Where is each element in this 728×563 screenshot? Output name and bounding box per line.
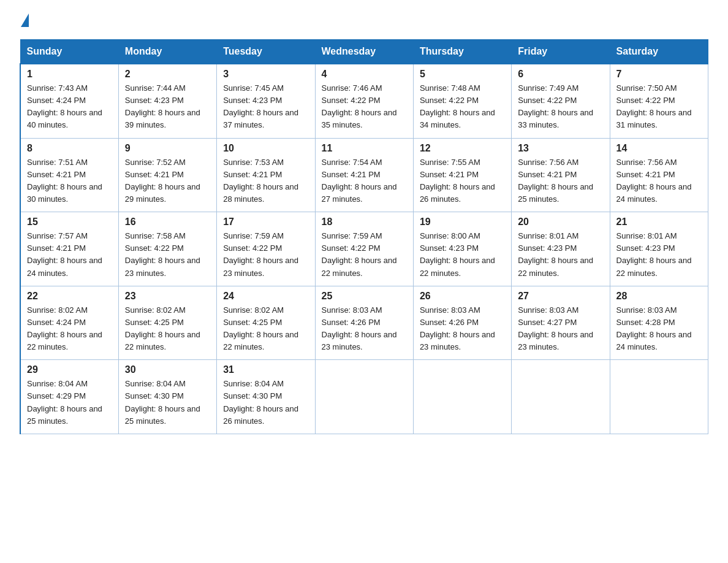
day-number: 31 [223, 364, 308, 375]
day-number: 1 [27, 69, 112, 80]
day-info: Sunrise: 7:44 AMSunset: 4:23 PMDaylight:… [125, 83, 200, 129]
day-number: 18 [322, 216, 407, 228]
calendar-week-row: 22 Sunrise: 8:02 AMSunset: 4:24 PMDaylig… [20, 286, 708, 360]
calendar-day-cell: 4 Sunrise: 7:46 AMSunset: 4:22 PMDayligh… [315, 64, 413, 138]
day-number: 9 [125, 143, 210, 154]
weekday-header-wednesday: Wednesday [315, 40, 413, 64]
calendar-day-cell: 31 Sunrise: 8:04 AMSunset: 4:30 PMDaylig… [217, 360, 315, 434]
weekday-header-sunday: Sunday [20, 40, 118, 64]
day-number: 30 [125, 364, 210, 375]
day-number: 23 [125, 291, 210, 302]
day-info: Sunrise: 8:03 AMSunset: 4:27 PMDaylight:… [518, 305, 593, 351]
day-info: Sunrise: 8:03 AMSunset: 4:26 PMDaylight:… [420, 305, 495, 351]
day-info: Sunrise: 7:55 AMSunset: 4:21 PMDaylight:… [420, 158, 495, 204]
calendar-day-cell: 12 Sunrise: 7:55 AMSunset: 4:21 PMDaylig… [413, 138, 511, 212]
calendar-day-cell: 17 Sunrise: 7:59 AMSunset: 4:22 PMDaylig… [217, 212, 315, 286]
calendar-day-cell: 8 Sunrise: 7:51 AMSunset: 4:21 PMDayligh… [20, 138, 118, 212]
calendar-day-cell [315, 360, 413, 434]
calendar-day-cell: 9 Sunrise: 7:52 AMSunset: 4:21 PMDayligh… [118, 138, 216, 212]
logo-triangle-icon [21, 13, 29, 27]
calendar-week-row: 15 Sunrise: 7:57 AMSunset: 4:21 PMDaylig… [20, 212, 708, 286]
calendar-week-row: 1 Sunrise: 7:43 AMSunset: 4:24 PMDayligh… [20, 64, 708, 138]
day-info: Sunrise: 7:48 AMSunset: 4:22 PMDaylight:… [420, 83, 495, 129]
day-number: 24 [223, 291, 308, 302]
day-number: 15 [27, 216, 112, 228]
day-info: Sunrise: 7:58 AMSunset: 4:22 PMDaylight:… [125, 231, 200, 277]
weekday-header-tuesday: Tuesday [217, 40, 315, 64]
weekday-header-monday: Monday [118, 40, 216, 64]
weekday-header-saturday: Saturday [610, 40, 708, 64]
day-number: 14 [616, 143, 702, 154]
day-number: 17 [223, 216, 308, 228]
calendar-day-cell [610, 360, 708, 434]
day-number: 28 [616, 291, 702, 302]
day-info: Sunrise: 8:02 AMSunset: 4:25 PMDaylight:… [125, 305, 200, 351]
day-number: 20 [518, 216, 603, 228]
day-info: Sunrise: 8:04 AMSunset: 4:30 PMDaylight:… [125, 379, 200, 425]
day-number: 13 [518, 143, 603, 154]
day-number: 21 [616, 216, 702, 228]
calendar-day-cell [512, 360, 610, 434]
calendar-day-cell: 19 Sunrise: 8:00 AMSunset: 4:23 PMDaylig… [413, 212, 511, 286]
day-number: 6 [518, 69, 603, 80]
calendar-day-cell: 1 Sunrise: 7:43 AMSunset: 4:24 PMDayligh… [20, 64, 118, 138]
weekday-header-thursday: Thursday [413, 40, 511, 64]
day-number: 10 [223, 143, 308, 154]
calendar-week-row: 29 Sunrise: 8:04 AMSunset: 4:29 PMDaylig… [20, 360, 708, 434]
day-info: Sunrise: 7:43 AMSunset: 4:24 PMDaylight:… [27, 83, 102, 129]
day-number: 4 [322, 69, 407, 80]
day-info: Sunrise: 8:02 AMSunset: 4:25 PMDaylight:… [223, 305, 298, 351]
day-number: 22 [27, 291, 112, 302]
calendar-day-cell: 5 Sunrise: 7:48 AMSunset: 4:22 PMDayligh… [413, 64, 511, 138]
day-info: Sunrise: 8:01 AMSunset: 4:23 PMDaylight:… [518, 231, 593, 277]
calendar-day-cell [413, 360, 511, 434]
calendar-day-cell: 2 Sunrise: 7:44 AMSunset: 4:23 PMDayligh… [118, 64, 216, 138]
calendar-day-cell: 13 Sunrise: 7:56 AMSunset: 4:21 PMDaylig… [512, 138, 610, 212]
calendar-day-cell: 7 Sunrise: 7:50 AMSunset: 4:22 PMDayligh… [610, 64, 708, 138]
day-info: Sunrise: 8:02 AMSunset: 4:24 PMDaylight:… [27, 305, 102, 351]
calendar-day-cell: 30 Sunrise: 8:04 AMSunset: 4:30 PMDaylig… [118, 360, 216, 434]
day-info: Sunrise: 8:04 AMSunset: 4:30 PMDaylight:… [223, 379, 298, 425]
day-info: Sunrise: 7:50 AMSunset: 4:22 PMDaylight:… [616, 83, 692, 129]
calendar-day-cell: 6 Sunrise: 7:49 AMSunset: 4:22 PMDayligh… [512, 64, 610, 138]
weekday-header-friday: Friday [512, 40, 610, 64]
day-info: Sunrise: 7:56 AMSunset: 4:21 PMDaylight:… [616, 158, 692, 204]
day-info: Sunrise: 7:49 AMSunset: 4:22 PMDaylight:… [518, 83, 593, 129]
weekday-header-row: SundayMondayTuesdayWednesdayThursdayFrid… [20, 40, 708, 64]
day-number: 7 [616, 69, 702, 80]
calendar-day-cell: 23 Sunrise: 8:02 AMSunset: 4:25 PMDaylig… [118, 286, 216, 360]
day-number: 11 [322, 143, 407, 154]
day-number: 25 [322, 291, 407, 302]
calendar-day-cell: 21 Sunrise: 8:01 AMSunset: 4:23 PMDaylig… [610, 212, 708, 286]
day-info: Sunrise: 7:51 AMSunset: 4:21 PMDaylight:… [27, 158, 102, 204]
day-number: 12 [420, 143, 505, 154]
calendar-day-cell: 26 Sunrise: 8:03 AMSunset: 4:26 PMDaylig… [413, 286, 511, 360]
day-number: 2 [125, 69, 210, 80]
logo [20, 15, 29, 28]
day-number: 26 [420, 291, 505, 302]
calendar-day-cell: 18 Sunrise: 7:59 AMSunset: 4:22 PMDaylig… [315, 212, 413, 286]
day-info: Sunrise: 8:01 AMSunset: 4:23 PMDaylight:… [616, 231, 692, 277]
day-info: Sunrise: 7:52 AMSunset: 4:21 PMDaylight:… [125, 158, 200, 204]
calendar-day-cell: 14 Sunrise: 7:56 AMSunset: 4:21 PMDaylig… [610, 138, 708, 212]
calendar-day-cell: 20 Sunrise: 8:01 AMSunset: 4:23 PMDaylig… [512, 212, 610, 286]
day-info: Sunrise: 8:04 AMSunset: 4:29 PMDaylight:… [27, 379, 102, 425]
day-number: 19 [420, 216, 505, 228]
calendar-day-cell: 15 Sunrise: 7:57 AMSunset: 4:21 PMDaylig… [20, 212, 118, 286]
day-info: Sunrise: 8:03 AMSunset: 4:28 PMDaylight:… [616, 305, 692, 351]
calendar-day-cell: 24 Sunrise: 8:02 AMSunset: 4:25 PMDaylig… [217, 286, 315, 360]
calendar-day-cell: 29 Sunrise: 8:04 AMSunset: 4:29 PMDaylig… [20, 360, 118, 434]
day-info: Sunrise: 7:53 AMSunset: 4:21 PMDaylight:… [223, 158, 298, 204]
day-info: Sunrise: 7:59 AMSunset: 4:22 PMDaylight:… [223, 231, 298, 277]
calendar-day-cell: 3 Sunrise: 7:45 AMSunset: 4:23 PMDayligh… [217, 64, 315, 138]
day-info: Sunrise: 8:00 AMSunset: 4:23 PMDaylight:… [420, 231, 495, 277]
day-number: 29 [27, 364, 112, 375]
day-info: Sunrise: 7:57 AMSunset: 4:21 PMDaylight:… [27, 231, 102, 277]
calendar-table: SundayMondayTuesdayWednesdayThursdayFrid… [20, 39, 708, 434]
day-number: 27 [518, 291, 603, 302]
page-header [20, 15, 708, 28]
calendar-day-cell: 25 Sunrise: 8:03 AMSunset: 4:26 PMDaylig… [315, 286, 413, 360]
day-info: Sunrise: 7:56 AMSunset: 4:21 PMDaylight:… [518, 158, 593, 204]
day-number: 16 [125, 216, 210, 228]
day-number: 8 [27, 143, 112, 154]
